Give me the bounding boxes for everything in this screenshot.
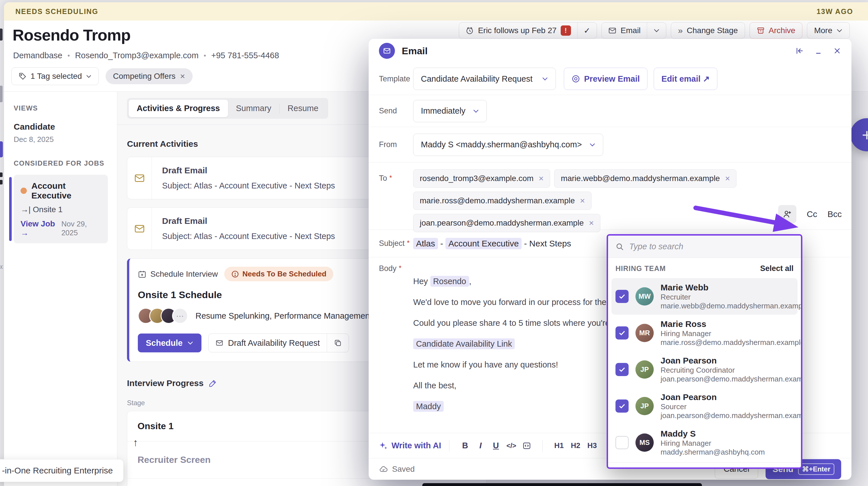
needs-scheduled-badge: Needs To Be Scheduled: [224, 267, 333, 281]
checkbox-checked[interactable]: [616, 363, 629, 376]
remove-recipient-icon[interactable]: ×: [580, 196, 585, 205]
required-asterisk: *: [407, 239, 409, 247]
up-arrow-icon: ↑: [133, 437, 138, 449]
schedule-button[interactable]: Schedule: [138, 334, 202, 352]
tag-selector-button[interactable]: 1 Tag selected: [11, 67, 99, 85]
double-chevron-icon: »: [678, 26, 683, 35]
checkbox-checked[interactable]: [616, 399, 629, 412]
tag-pill-competing-offers[interactable]: Competing Offers ×: [105, 68, 192, 84]
email-button[interactable]: Email: [602, 23, 647, 38]
bold-button[interactable]: B: [457, 441, 473, 450]
candidate-phone[interactable]: +95 781-555-4468: [211, 51, 279, 60]
recipient-chip[interactable]: marie.webb@demo.maddysherman.example×: [554, 169, 737, 188]
recipient-chip[interactable]: marie.ross@demo.maddysherman.example×: [413, 192, 591, 210]
person-role: Recruiting Coordinator: [660, 366, 802, 375]
person-row-marie-ross[interactable]: MR Marie Ross Hiring Manager marie.ross@…: [612, 315, 798, 351]
chevron-down-icon: [836, 29, 843, 33]
tab-activities-progress[interactable]: Activities & Progress: [129, 99, 228, 117]
token-first-name: Rosendo: [430, 276, 469, 287]
copy-link-button[interactable]: [327, 334, 349, 352]
minimize-icon[interactable]: [815, 47, 823, 55]
more-avatars-button[interactable]: ···: [172, 308, 188, 324]
job-active-indicator: [9, 177, 12, 241]
subject-label: Subject*: [379, 239, 413, 248]
followup-button[interactable]: Eric follows up Feb 27 !: [459, 23, 577, 38]
subject-token-atlas: Atlas: [413, 238, 438, 249]
close-icon[interactable]: [833, 47, 841, 55]
remove-tag-icon[interactable]: ×: [180, 72, 185, 81]
job-status-dot: [21, 188, 27, 194]
collapse-rail-icon[interactable]: «: [0, 262, 3, 271]
checkbox-checked[interactable]: [616, 290, 629, 303]
checkbox-checked[interactable]: [616, 326, 629, 340]
person-row-joan-pearson-sourcer[interactable]: JP Joan Pearson Sourcer joan.pearson@dem…: [612, 388, 798, 424]
picker-search-bar: [608, 235, 801, 258]
person-row-joan-pearson-coordinator[interactable]: JP Joan Pearson Recruiting Coordinator j…: [612, 351, 798, 388]
inline-code-button[interactable]: </>: [504, 442, 519, 450]
tab-resume[interactable]: Resume: [280, 99, 327, 117]
eye-icon: [571, 75, 580, 83]
job-card-account-executive[interactable]: Account Executive →| Onsite 1 View Job →…: [14, 175, 108, 243]
remove-recipient-icon[interactable]: ×: [539, 174, 544, 183]
send-label: Send: [379, 107, 413, 115]
sidebar-item-candidate[interactable]: Candidate: [14, 122, 117, 132]
subject-value[interactable]: Atlas - Account Executive - Next Steps: [413, 238, 571, 249]
change-stage-button[interactable]: » Change Stage: [671, 22, 745, 39]
separator-dot: •: [204, 52, 206, 60]
underline-button[interactable]: U: [488, 441, 504, 450]
from-select[interactable]: Maddy S <maddy.sherman@ashbyhq.com>: [413, 134, 603, 156]
more-button[interactable]: More: [807, 22, 850, 39]
avatar: MR: [636, 324, 654, 342]
followup-button-group: Eric follows up Feb 27 ! ✓: [459, 22, 597, 39]
view-job-link[interactable]: View Job →: [21, 219, 61, 237]
dock-left-icon[interactable]: [796, 47, 804, 55]
archive-button[interactable]: Archive: [750, 22, 802, 39]
person-row-marie-webb[interactable]: MW Marie Webb Recruiter marie.webb@demo.…: [612, 278, 798, 315]
select-all-button[interactable]: Select all: [760, 264, 794, 273]
picker-search-input[interactable]: [629, 242, 794, 251]
tag-selector-label: 1 Tag selected: [31, 72, 82, 81]
preview-email-button[interactable]: Preview Email: [564, 68, 647, 90]
draft-availability-button[interactable]: Draft Availability Request: [209, 334, 327, 352]
email-modal-title: Email: [402, 46, 428, 57]
recipient-chip[interactable]: joan.pearson@demo.maddysherman.example×: [413, 214, 600, 232]
code-block-button[interactable]: [519, 441, 534, 450]
candidate-company[interactable]: Demandbase: [13, 51, 62, 60]
recipient-picker-dropdown: HIRING TEAM Select all MW Marie Webb Rec…: [607, 234, 802, 469]
h2-button[interactable]: H2: [567, 441, 584, 450]
edit-pencil-icon[interactable]: [209, 379, 217, 388]
person-row-maddy-s[interactable]: MS Maddy S Hiring Manager maddy.sherman@…: [612, 424, 798, 461]
complete-followup-button[interactable]: ✓: [577, 23, 597, 38]
chevron-down-icon: [187, 341, 193, 345]
person-email: marie.ross@demo.maddysherman.example: [660, 338, 802, 347]
send-shortcut-badge: ⌘+Enter: [798, 463, 834, 475]
template-select[interactable]: Candidate Availability Request: [413, 68, 556, 90]
sparkle-icon: [379, 441, 388, 450]
h3-button[interactable]: H3: [584, 441, 600, 450]
italic-button[interactable]: I: [473, 441, 488, 450]
body-label: Body*: [379, 263, 413, 273]
h1-button[interactable]: H1: [551, 441, 567, 450]
email-dropdown-button[interactable]: [647, 23, 666, 38]
to-label: To*: [379, 169, 413, 183]
remove-recipient-icon[interactable]: ×: [725, 174, 730, 183]
draft-email-subject: Subject: Atlas - Account Executive - Nex…: [162, 181, 335, 191]
change-stage-label: Change Stage: [687, 26, 738, 35]
edit-email-button[interactable]: Edit email ↗: [654, 68, 717, 90]
email-button-label: Email: [621, 26, 641, 35]
recipient-chip[interactable]: rosendo_tromp3@example.com×: [413, 169, 550, 188]
more-label: More: [814, 26, 832, 35]
from-label: From: [379, 140, 413, 149]
write-with-ai-button[interactable]: Write with AI: [379, 441, 441, 450]
followup-label: Eric follows up Feb 27: [478, 26, 556, 35]
cc-button[interactable]: Cc: [807, 209, 817, 219]
remove-recipient-icon[interactable]: ×: [589, 219, 594, 227]
checkbox-unchecked[interactable]: [616, 436, 629, 449]
alert-badge: !: [561, 25, 571, 36]
person-name: Maddy S: [660, 429, 765, 439]
required-asterisk: *: [399, 264, 401, 272]
candidate-email[interactable]: Rosendo_Tromp3@example.com: [75, 51, 198, 60]
tab-summary[interactable]: Summary: [228, 99, 279, 117]
bcc-button[interactable]: Bcc: [828, 209, 842, 219]
send-timing-select[interactable]: Immediately: [413, 100, 487, 122]
